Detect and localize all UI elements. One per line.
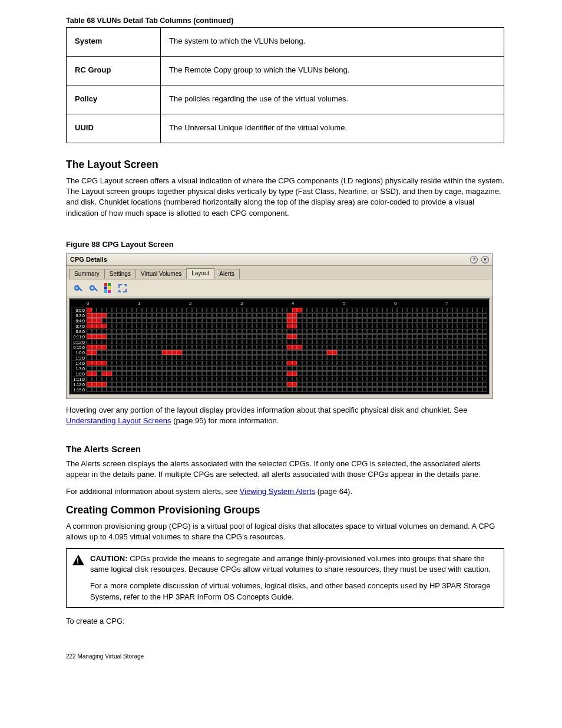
chunklet-cell[interactable] [472,308,478,312]
chunklet-cell[interactable] [252,345,257,350]
chunklet-cell[interactable] [262,361,267,365]
chunklet-cell[interactable] [297,387,302,392]
chunklet-cell[interactable] [247,324,252,328]
chunklet-cell[interactable] [302,371,308,376]
chunklet-cell[interactable] [207,371,212,376]
chunklet-cell[interactable] [442,318,448,323]
chunklet-cell[interactable] [257,313,262,318]
chunklet-cell[interactable] [342,355,348,360]
chunklet-cell[interactable] [327,318,332,323]
chunklet-cell[interactable] [442,334,448,339]
chunklet-cell[interactable] [112,371,117,376]
chunklet-cell[interactable] [362,382,368,387]
chunklet-cell[interactable] [312,366,318,371]
chunklet-cell[interactable] [222,371,227,376]
chunklet-cell[interactable] [192,366,197,371]
chunklet-cell[interactable] [327,313,332,318]
chunklet-cell[interactable] [482,324,488,328]
chunklet-cell[interactable] [277,350,282,355]
chunklet-cell[interactable] [172,318,177,323]
chunklet-cell[interactable] [97,324,102,328]
chunklet-cell[interactable] [452,324,458,328]
chunklet-cell[interactable] [447,366,452,371]
chunklet-cell[interactable] [137,377,142,381]
chunklet-cell[interactable] [277,377,282,381]
chunklet-cell[interactable] [432,361,438,365]
chunklet-cell[interactable] [332,324,338,328]
chunklet-cell[interactable] [262,377,267,381]
chunklet-cell[interactable] [217,377,222,381]
chunklet-cell[interactable] [192,355,197,360]
chunklet-cell[interactable] [482,361,488,365]
chunklet-cell[interactable] [202,361,207,365]
chunklet-cell[interactable] [182,324,187,328]
chunklet-cell[interactable] [137,361,142,365]
chunklet-cell[interactable] [357,334,362,339]
chunklet-cell[interactable] [232,366,237,371]
chunklet-cell[interactable] [337,329,342,334]
chunklet-cell[interactable] [242,334,247,339]
chunklet-cell[interactable] [337,350,342,355]
chunklet-cell[interactable] [197,340,202,344]
chunklet-cell[interactable] [197,334,202,339]
chunklet-cell[interactable] [147,324,152,328]
chunklet-cell[interactable] [177,334,182,339]
chunklet-cell[interactable] [92,366,97,371]
chunklet-cell[interactable] [117,313,122,318]
chunklet-cell[interactable] [337,324,342,328]
chunklet-cell[interactable] [322,329,328,334]
chunklet-cell[interactable] [222,350,227,355]
chunklet-cell[interactable] [322,345,328,350]
chunklet-cell[interactable] [187,324,192,328]
chunklet-cell[interactable] [142,366,147,371]
chunklet-cell[interactable] [362,334,368,339]
chunklet-cell[interactable] [152,361,157,365]
chunklet-cell[interactable] [227,366,232,371]
chunklet-cell[interactable] [337,366,342,371]
chunklet-cell[interactable] [347,355,352,360]
chunklet-cell[interactable] [182,345,187,350]
chunklet-cell[interactable] [362,387,368,392]
chunklet-cell[interactable] [307,387,312,392]
chunklet-cell[interactable] [102,350,107,355]
chunklet-cell[interactable] [402,382,408,387]
chunklet-cell[interactable] [432,366,438,371]
chunklet-cell[interactable] [207,329,212,334]
chunklet-cell[interactable] [132,361,137,365]
chunklet-cell[interactable] [152,340,157,344]
chunklet-cell[interactable] [367,340,372,344]
chunklet-cell[interactable] [207,308,212,312]
chunklet-cell[interactable] [332,340,338,344]
chunklet-cell[interactable] [122,377,127,381]
chunklet-cell[interactable] [387,345,392,350]
chunklet-cell[interactable] [127,350,132,355]
chunklet-cell[interactable] [122,350,127,355]
chunklet-cell[interactable] [422,334,428,339]
chunklet-cell[interactable] [267,340,272,344]
chunklet-cell[interactable] [197,377,202,381]
chunklet-cell[interactable] [392,345,398,350]
chunklet-cell[interactable] [232,355,237,360]
chunklet-cell[interactable] [287,324,292,328]
chunklet-cell[interactable] [142,308,147,312]
chunklet-cell[interactable] [217,366,222,371]
chunklet-cell[interactable] [417,313,422,318]
chunklet-cell[interactable] [237,324,242,328]
chunklet-cell[interactable] [212,361,217,365]
chunklet-cell[interactable] [247,355,252,360]
chunklet-cell[interactable] [217,345,222,350]
chunklet-cell[interactable] [207,334,212,339]
chunklet-cell[interactable] [242,377,247,381]
chunklet-cell[interactable] [477,355,482,360]
chunklet-cell[interactable] [372,308,378,312]
chunklet-cell[interactable] [397,387,402,392]
chunklet-cell[interactable] [332,366,338,371]
chunklet-cell[interactable] [397,329,402,334]
chunklet-cell[interactable] [242,313,247,318]
chunklet-cell[interactable] [342,361,348,365]
chunklet-cell[interactable] [352,382,358,387]
expand-icon[interactable]: ▾ [481,256,489,263]
chunklet-cell[interactable] [347,334,352,339]
chunklet-cell[interactable] [292,313,297,318]
chunklet-cell[interactable] [452,361,458,365]
